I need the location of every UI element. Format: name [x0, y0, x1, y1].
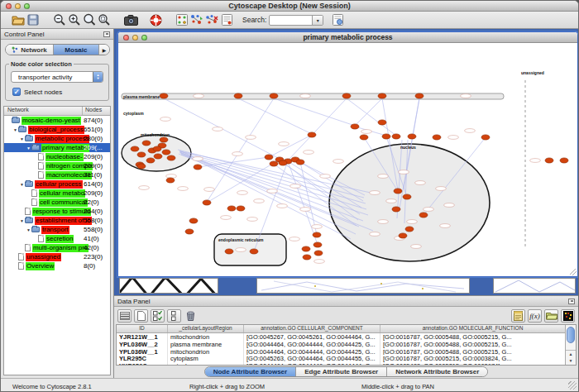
tree-row[interactable]: cell communicat22(0) — [4, 198, 110, 207]
tree-row[interactable]: nucleobase-209(0) — [4, 152, 110, 161]
network-node[interactable] — [351, 124, 359, 129]
table-cell[interactable]: YLR295C — [117, 355, 168, 362]
network-node[interactable] — [408, 134, 416, 139]
network-edge[interactable] — [207, 160, 280, 203]
table-cell[interactable]: [GO:0044464, GO:0044444, GO:0044425, G..… — [244, 341, 380, 348]
network-node[interactable] — [313, 242, 322, 247]
tree-row[interactable]: Overview8(0) — [4, 261, 110, 270]
delete-attribute-icon[interactable] — [184, 309, 198, 323]
tree-row[interactable]: ▼establishment of lo558(0) — [4, 216, 110, 225]
tree-row[interactable]: ▼biological_process651(0) — [4, 125, 110, 134]
network-node[interactable] — [234, 93, 242, 98]
tree-item-label[interactable]: cell communicat — [39, 198, 88, 207]
network-node[interactable] — [545, 158, 553, 163]
network-node[interactable] — [399, 233, 407, 238]
network-node[interactable] — [162, 150, 170, 155]
network-edge[interactable] — [238, 98, 312, 134]
unselect-attributes-icon[interactable] — [167, 309, 181, 323]
tree-item-label[interactable]: response to stimulu — [32, 208, 91, 216]
network-node[interactable] — [296, 160, 304, 165]
network-node[interactable] — [237, 206, 245, 211]
tree-row[interactable]: ▼transport558(0) — [4, 225, 110, 234]
network-node[interactable] — [392, 207, 400, 212]
network-node[interactable] — [137, 164, 146, 169]
expand-caret-icon[interactable]: ▼ — [26, 146, 31, 151]
network-node[interactable] — [131, 146, 139, 151]
search-input[interactable]: ▾ — [269, 15, 323, 26]
network-node[interactable] — [392, 134, 400, 139]
network-node[interactable] — [185, 229, 194, 234]
network-node[interactable] — [167, 155, 175, 160]
network-node[interactable] — [265, 155, 273, 160]
tab-mosaic[interactable]: Mosaic — [54, 45, 99, 55]
scrollbar-thumb[interactable] — [567, 327, 575, 343]
table-cell[interactable]: [GO:0016787, GO:0005488, GO:0005215, G..… — [380, 348, 565, 356]
network-node[interactable] — [303, 255, 311, 260]
search-field[interactable] — [270, 16, 312, 25]
column-header[interactable]: annotation.GO CELLULAR_COMPONENT — [244, 325, 380, 332]
save-icon[interactable] — [26, 12, 41, 27]
table-cell[interactable]: [GO:0016787, GO:0005488, GO:0005215, G..… — [380, 333, 565, 341]
canvas-resize-grip[interactable] — [570, 269, 576, 275]
tree-row[interactable]: cellular metabo209(0) — [4, 189, 110, 198]
table-cell[interactable]: YPL036W__2 — [117, 341, 168, 348]
tree-item-label[interactable]: unassigned — [26, 253, 61, 261]
table-row[interactable]: YJR121W__1mitochondrion[GO:0045267, GO:0… — [117, 333, 565, 341]
column-header[interactable]: ID — [117, 325, 168, 332]
network-node[interactable] — [360, 135, 368, 140]
tree-row[interactable]: unassigned223(0) — [4, 252, 110, 261]
table-cell[interactable]: YKR052C — [117, 362, 168, 366]
snapshot-icon[interactable] — [123, 12, 138, 27]
column-header[interactable]: annotation.GO MOLECULAR_FUNCTION — [380, 325, 565, 332]
network-node[interactable] — [250, 249, 258, 254]
network-node[interactable] — [154, 154, 162, 159]
tab-network[interactable]: Network — [6, 45, 54, 55]
table-cell[interactable]: plasma membrane — [168, 341, 244, 348]
expand-caret-icon[interactable]: ▼ — [19, 182, 25, 187]
tree-row[interactable]: response to stimulu264(0) — [4, 207, 110, 216]
tree-row[interactable]: secretion41(0) — [4, 234, 110, 243]
expand-caret-icon[interactable]: ▼ — [19, 218, 25, 223]
table-cell[interactable]: YPL036W__1 — [117, 348, 168, 356]
network-node[interactable] — [160, 93, 168, 98]
tree-row[interactable]: ▼metabolic process280(0) — [4, 134, 110, 143]
notes-icon[interactable] — [511, 309, 525, 323]
network-edge[interactable] — [198, 157, 269, 167]
tree-item-label[interactable]: multi-organism pro — [32, 244, 89, 252]
tab-node-attribute-browser[interactable]: Node Attribute Browser — [205, 367, 297, 376]
background-window[interactable] — [493, 278, 576, 294]
network-node[interactable] — [378, 93, 386, 98]
network-node[interactable] — [225, 249, 233, 254]
tree-col-network[interactable]: Network — [4, 107, 83, 115]
network-node[interactable] — [313, 232, 321, 237]
network-node[interactable] — [378, 120, 386, 125]
tree-row[interactable]: mosaic-demo-yeast874(0) — [4, 116, 110, 125]
formula-builder-icon[interactable]: f(x) — [528, 309, 542, 323]
network-view-icon[interactable] — [175, 12, 189, 27]
network-node[interactable] — [160, 137, 168, 142]
table-cell[interactable]: [GO:0044464, GO:0044446, GO:0044444, G..… — [244, 362, 380, 366]
network-node[interactable] — [227, 206, 236, 211]
expand-caret-icon[interactable]: ▼ — [19, 136, 25, 141]
tab-edge-attribute-browser[interactable]: Edge Attribute Browser — [296, 367, 387, 376]
zoom-fit-icon[interactable] — [82, 12, 97, 27]
table-cell[interactable]: [GO:0016787, GO:0005215, GO:0003824, G..… — [380, 355, 565, 362]
network-edge[interactable] — [180, 152, 351, 239]
zoom-out-icon[interactable] — [52, 12, 67, 27]
float-panel-icon[interactable] — [103, 31, 110, 37]
network-node[interactable] — [153, 146, 161, 151]
tree-col-nodes[interactable]: Nodes — [83, 107, 110, 115]
import-annotation-icon[interactable] — [330, 12, 345, 27]
table-cell[interactable]: [GO:0045263, GO:0044464, GO:0044455, G..… — [244, 355, 380, 362]
network-node[interactable] — [142, 141, 151, 146]
network-edge[interactable] — [347, 98, 396, 136]
select-nodes-checkbox[interactable]: ✓ — [12, 88, 21, 96]
scrollbar-arrows[interactable]: ▲▼ — [566, 350, 576, 365]
network-node[interactable] — [405, 227, 414, 232]
network-node[interactable] — [203, 200, 211, 205]
tree-item-label[interactable]: cellular metabo — [39, 189, 85, 198]
node-color-dropdown[interactable]: transporter activity ▲▼ — [11, 71, 103, 83]
zoom-in-icon[interactable] — [67, 12, 82, 27]
network-node[interactable] — [433, 135, 441, 140]
tree-row[interactable]: ▼primary metabo209(... — [4, 143, 110, 152]
